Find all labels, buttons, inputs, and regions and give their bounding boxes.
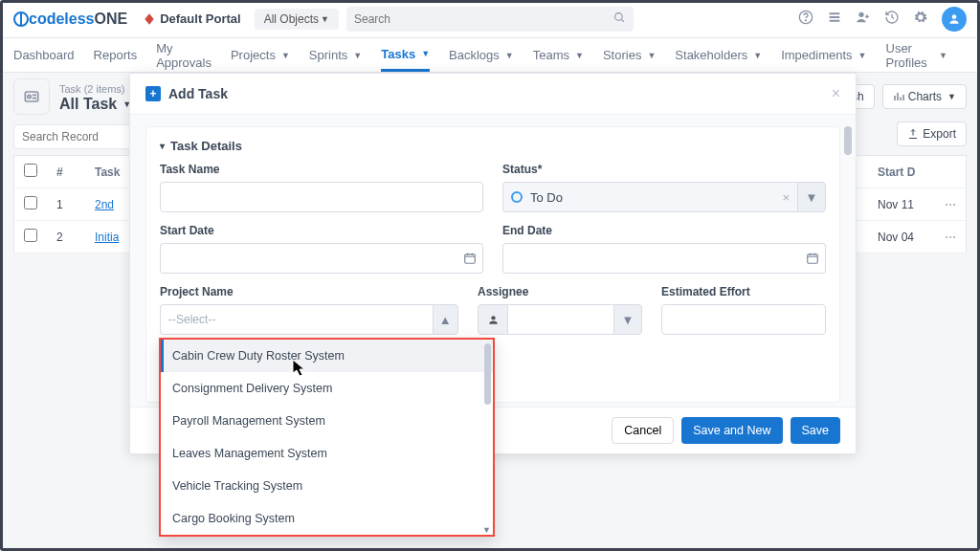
section-title[interactable]: ▾Task Details (160, 139, 826, 153)
save-and-new-button[interactable]: Save and New (681, 417, 782, 444)
cell-date: Nov 11 (868, 188, 935, 221)
gear-icon[interactable] (913, 10, 928, 28)
task-link[interactable]: Initia (95, 231, 119, 244)
tab-impediments[interactable]: Impediments▼ (781, 38, 866, 72)
portal-icon (143, 12, 156, 26)
tab-stories[interactable]: Stories▼ (603, 38, 656, 72)
section-label: Task Details (170, 139, 242, 153)
tab-backlogs[interactable]: Backlogs▼ (449, 38, 514, 72)
tab-dashboard[interactable]: Dashboard (13, 38, 75, 72)
caret-down-icon[interactable]: ▼ (613, 304, 642, 335)
dropdown-option[interactable]: Leaves Management System (161, 437, 493, 470)
label-effort: Estimated Effort (661, 285, 826, 298)
dropdown-option[interactable]: Cargo Booking System (161, 502, 493, 535)
svg-rect-11 (807, 254, 817, 263)
logo-suffix: ONE (94, 11, 127, 28)
user-add-icon[interactable] (856, 10, 871, 28)
caret-down-icon: ▼ (947, 92, 956, 101)
start-date-input[interactable] (160, 243, 483, 274)
dropdown-option[interactable]: Payroll Management System (161, 405, 493, 437)
row-menu[interactable]: ⋯ (935, 188, 967, 221)
project-dropdown: Cabin Crew Duty Roster System Consignmen… (159, 338, 495, 537)
svg-point-6 (858, 12, 863, 17)
svg-point-7 (952, 14, 957, 19)
export-button[interactable]: Export (897, 121, 967, 146)
tab-reports[interactable]: Reports (94, 38, 138, 72)
label-status: Status* (502, 163, 826, 176)
task-name-input[interactable] (160, 182, 483, 212)
label-task-name: Task Name (160, 163, 483, 176)
global-search[interactable] (346, 7, 634, 32)
tab-label: Stakeholders (675, 48, 747, 62)
select-all-checkbox[interactable] (24, 164, 37, 177)
effort-input[interactable] (661, 304, 826, 335)
tab-label: User Profiles (886, 41, 934, 70)
col-date: Start D (868, 156, 935, 188)
tab-tasks[interactable]: Tasks▼ (381, 38, 430, 72)
page-title-label: All Task (59, 96, 117, 113)
scrollbar-thumb[interactable] (844, 126, 852, 155)
page-title[interactable]: All Task ▼ (59, 96, 131, 113)
tab-teams[interactable]: Teams▼ (533, 38, 584, 72)
modal-header: + Add Task × (130, 74, 856, 115)
modal-body: ▾Task Details Task Name Status* To Do × … (130, 115, 856, 407)
dropdown-option[interactable]: Vehicle Tracking System (161, 470, 493, 502)
add-task-modal: + Add Task × ▾Task Details Task Name Sta… (129, 73, 857, 454)
end-date-input[interactable] (502, 243, 826, 274)
svg-rect-10 (464, 254, 475, 263)
dropdown-option[interactable]: Cabin Crew Duty Roster System (161, 340, 493, 372)
assignee-select[interactable]: ▼ (478, 304, 642, 335)
charts-button[interactable]: Charts▼ (882, 84, 967, 109)
tab-stakeholders[interactable]: Stakeholders▼ (675, 38, 762, 72)
tab-label: Stories (603, 48, 641, 62)
row-checkbox[interactable] (24, 229, 37, 242)
caret-down-icon: ▼ (281, 51, 290, 60)
label-start-date: Start Date (160, 224, 483, 237)
help-icon[interactable] (798, 10, 813, 28)
task-link[interactable]: 2nd (95, 198, 114, 211)
globe-icon (13, 11, 29, 27)
status-value: To Do (530, 190, 563, 205)
caret-up-icon[interactable]: ▲ (433, 304, 458, 335)
top-bar: codelessONE Default Portal All Objects▼ (0, 0, 980, 38)
tab-label: Projects (231, 48, 276, 62)
calendar-icon[interactable] (799, 243, 826, 274)
dropdown-option[interactable]: Consignment Delivery System (161, 372, 493, 405)
tab-projects[interactable]: Projects▼ (231, 38, 290, 72)
tab-user-profiles[interactable]: User Profiles▼ (886, 38, 948, 72)
project-placeholder: --Select-- (168, 313, 215, 326)
tab-sprints[interactable]: Sprints▼ (309, 38, 362, 72)
tab-label: Teams (533, 48, 569, 62)
save-button[interactable]: Save (791, 417, 841, 444)
objects-dropdown[interactable]: All Objects▼ (255, 9, 339, 30)
logo-brand: codeless (29, 11, 94, 28)
row-menu[interactable]: ⋯ (935, 221, 967, 253)
clear-icon[interactable]: × (782, 190, 790, 205)
project-select[interactable]: --Select-- ▲ Cabin Crew Duty Roster Syst… (160, 304, 458, 335)
label-project: Project Name (160, 285, 458, 298)
history-icon[interactable] (884, 10, 900, 28)
avatar[interactable] (942, 7, 967, 32)
cell-num: 2 (47, 221, 85, 253)
topbar-actions (798, 7, 967, 32)
status-select[interactable]: To Do × ▼ (502, 182, 826, 212)
close-icon[interactable]: × (832, 85, 840, 102)
search-input[interactable] (354, 12, 613, 26)
portal-selector[interactable]: Default Portal (143, 11, 241, 26)
tab-my-approvals[interactable]: My Approvals (156, 38, 212, 72)
calendar-icon[interactable] (457, 243, 483, 274)
btn-label: Export (923, 127, 956, 141)
caret-down-icon: ▼ (753, 51, 762, 60)
stack-icon[interactable] (827, 10, 842, 28)
caret-down-icon: ▼ (321, 14, 329, 24)
caret-down-icon: ▼ (858, 51, 867, 60)
svg-point-12 (491, 316, 495, 320)
tab-label: Tasks (381, 47, 415, 61)
tab-label: Sprints (309, 48, 347, 62)
cancel-button[interactable]: Cancel (612, 417, 674, 444)
app-logo: codelessONE (13, 11, 127, 28)
caret-down-icon[interactable]: ▼ (797, 182, 826, 212)
row-checkbox[interactable] (24, 196, 37, 209)
task-details-panel: ▾Task Details Task Name Status* To Do × … (145, 126, 840, 403)
scrollbar-thumb[interactable] (484, 343, 491, 405)
